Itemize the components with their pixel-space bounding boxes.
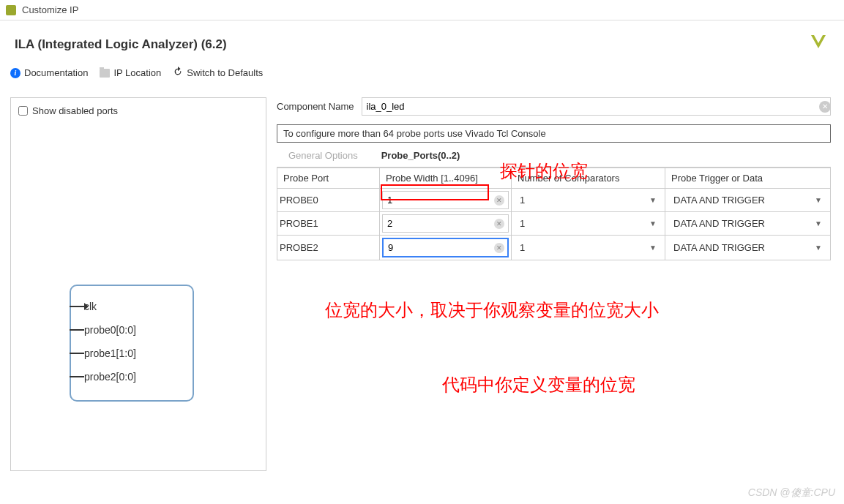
- chevron-down-icon: ▼: [649, 196, 657, 204]
- port-probe1: probe1[1:0]: [84, 342, 187, 365]
- show-disabled-checkbox[interactable]: [18, 106, 28, 116]
- documentation-link[interactable]: i Documentation: [10, 67, 88, 78]
- ip-name-heading: ILA (Integrated Logic Analyzer) (6.2): [15, 37, 227, 52]
- titlebar: Customize IP: [0, 0, 844, 20]
- app-icon: [6, 5, 16, 15]
- trigger-value-1: DATA AND TRIGGER: [673, 218, 765, 229]
- port-probe0-label: probe0[0:0]: [84, 324, 136, 336]
- component-name-row: Component Name ✕: [277, 97, 831, 116]
- tab-probe-ports[interactable]: Probe_Ports(0..2): [370, 144, 472, 167]
- table-row: PROBE1 ✕ 1▼ DATA AND TRIGGER▼: [277, 212, 831, 236]
- cell-width-0: ✕: [380, 189, 512, 212]
- cell-port-2: PROBE2: [277, 236, 380, 260]
- show-disabled-label: Show disabled ports: [32, 105, 118, 116]
- window-title: Customize IP: [22, 4, 78, 15]
- ip-block-diagram: clk probe0[0:0] probe1[1:0] probe2[0:0]: [70, 285, 194, 402]
- chevron-down-icon: ▼: [649, 219, 657, 227]
- show-disabled-row: Show disabled ports: [18, 105, 258, 116]
- cell-comparators-1[interactable]: 1▼: [512, 212, 665, 236]
- component-name-input[interactable]: [362, 97, 832, 116]
- tab-general-options[interactable]: General Options: [277, 144, 370, 167]
- toolbar: i Documentation IP Location Switch to De…: [0, 64, 844, 87]
- cell-trigger-0[interactable]: DATA AND TRIGGER▼: [665, 189, 831, 212]
- chevron-down-icon: ▼: [815, 244, 822, 252]
- cell-width-2: ✕: [380, 236, 512, 260]
- chevron-down-icon: ▼: [649, 244, 657, 252]
- port-probe1-label: probe1[1:0]: [84, 347, 136, 359]
- cell-trigger-2[interactable]: DATA AND TRIGGER▼: [665, 236, 831, 260]
- documentation-label: Documentation: [24, 67, 88, 78]
- clear-width-1-icon[interactable]: ✕: [494, 219, 504, 229]
- switch-defaults-label: Switch to Defaults: [187, 67, 263, 78]
- watermark: CSDN @傻童:CPU: [748, 486, 835, 500]
- header-comparators: Number of Comparators: [512, 168, 665, 189]
- chevron-down-icon: ▼: [815, 219, 822, 227]
- cell-width-1: ✕: [380, 212, 512, 236]
- component-name-label: Component Name: [277, 101, 354, 112]
- probe-width-input-0[interactable]: [382, 191, 509, 209]
- ip-location-link[interactable]: IP Location: [100, 67, 161, 78]
- table-header-row: Probe Port Probe Width [1..4096] Number …: [277, 168, 831, 189]
- probe-width-input-2[interactable]: [382, 238, 509, 257]
- ip-location-label: IP Location: [113, 67, 161, 78]
- comparators-value-0: 1: [520, 195, 525, 206]
- pin-probe1-icon: [70, 353, 84, 354]
- right-panel: Component Name ✕ To configure more than …: [274, 97, 834, 471]
- table-row: PROBE0 ✕ 1▼ DATA AND TRIGGER▼: [277, 189, 831, 212]
- comparators-value-1: 1: [520, 218, 525, 229]
- clear-width-2-icon[interactable]: ✕: [494, 243, 504, 253]
- header-trigger: Probe Trigger or Data: [665, 168, 831, 189]
- content-area: Show disabled ports clk probe0[0:0] prob…: [0, 87, 844, 481]
- header-probe-port: Probe Port: [277, 168, 380, 189]
- cell-port-1: PROBE1: [277, 212, 380, 236]
- pin-probe0-icon: [70, 329, 84, 331]
- chevron-down-icon: ▼: [815, 196, 822, 204]
- cell-trigger-1[interactable]: DATA AND TRIGGER▼: [665, 212, 831, 236]
- vivado-logo-icon: [807, 32, 829, 56]
- clear-component-name-icon[interactable]: ✕: [819, 101, 831, 113]
- table-row: PROBE2 ✕ 1▼ DATA AND TRIGGER▼: [277, 236, 831, 260]
- cell-comparators-2[interactable]: 1▼: [512, 236, 665, 260]
- folder-icon: [100, 69, 110, 78]
- switch-defaults-link[interactable]: Switch to Defaults: [173, 67, 263, 79]
- info-message: To configure more than 64 probe ports us…: [277, 124, 831, 143]
- port-probe0: probe0[0:0]: [84, 318, 187, 342]
- trigger-value-0: DATA AND TRIGGER: [673, 195, 765, 206]
- cell-port-0: PROBE0: [277, 189, 380, 212]
- left-panel: Show disabled ports clk probe0[0:0] prob…: [10, 97, 266, 471]
- port-probe2: probe2[0:0]: [84, 365, 187, 388]
- port-clk: clk: [84, 295, 187, 318]
- probe-width-input-1[interactable]: [382, 214, 509, 233]
- cell-comparators-0[interactable]: 1▼: [512, 189, 665, 212]
- header-probe-width: Probe Width [1..4096]: [380, 168, 512, 189]
- trigger-value-2: DATA AND TRIGGER: [673, 242, 765, 253]
- port-probe2-label: probe2[0:0]: [84, 371, 136, 383]
- pin-probe2-icon: [70, 376, 84, 377]
- comparators-value-2: 1: [520, 242, 525, 253]
- header: ILA (Integrated Logic Analyzer) (6.2): [0, 20, 844, 64]
- refresh-icon: [173, 67, 183, 79]
- info-icon: i: [10, 68, 20, 78]
- pin-clk-icon: [70, 306, 84, 307]
- probe-table: Probe Port Probe Width [1..4096] Number …: [277, 168, 831, 260]
- clear-width-0-icon[interactable]: ✕: [494, 195, 504, 206]
- tabs: General Options Probe_Ports(0..2): [277, 144, 831, 168]
